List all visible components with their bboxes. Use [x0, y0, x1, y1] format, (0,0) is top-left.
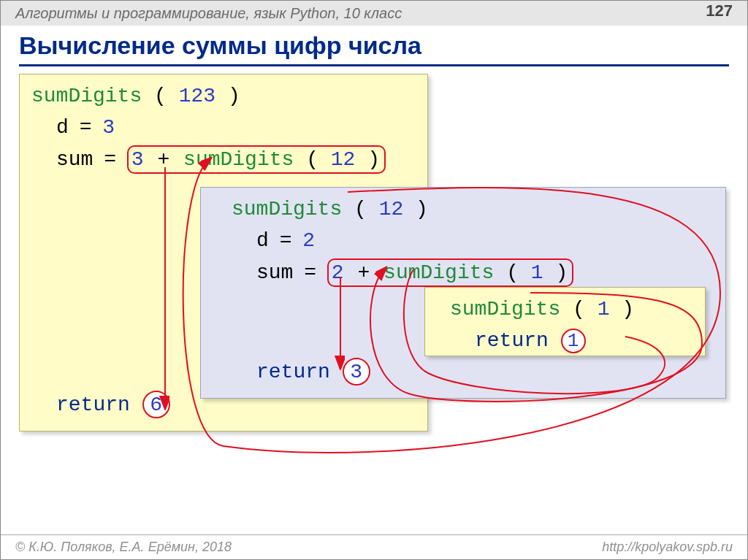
boxed-expr-1: 3 + sumDigits ( 12 )	[127, 145, 386, 174]
website: http://kpolyakov.spb.ru	[602, 540, 733, 555]
header-bar: Алгоритмы и программирование, язык Pytho…	[1, 1, 747, 26]
fn-name: sumDigits	[31, 85, 142, 107]
footer-bar: © К.Ю. Поляков, Е.А. Ерёмин, 2018 http:/…	[1, 534, 747, 559]
page-number: 127	[706, 1, 733, 20]
result-1: 1	[561, 329, 586, 353]
result-3: 3	[343, 358, 370, 386]
copyright: © К.Ю. Поляков, Е.А. Ерёмин, 2018	[15, 540, 232, 555]
boxed-expr-2: 2 + sumDigits ( 1 )	[327, 258, 573, 287]
content-area: sumDigits ( 123 ) d = 3 sum = 3 + sumDig…	[19, 74, 729, 483]
result-6: 6	[142, 391, 170, 418]
code-box-level-3: sumDigits ( 1 ) return 1	[424, 287, 706, 356]
slide-title: Вычисление суммы цифр числа	[19, 31, 729, 66]
course-title: Алгоритмы и программирование, язык Pytho…	[15, 5, 402, 22]
